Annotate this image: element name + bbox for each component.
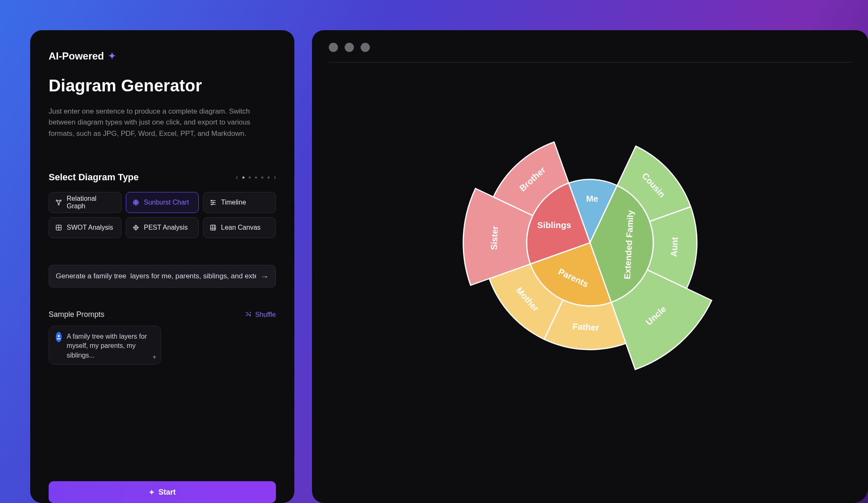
pager-dot[interactable] <box>261 176 263 179</box>
ai-powered-badge: AI-Powered ✦ <box>49 50 276 62</box>
svg-point-6 <box>213 202 214 203</box>
submit-arrow-icon[interactable]: → <box>256 272 269 281</box>
chip-label: PEST Analysis <box>144 224 188 231</box>
preview-window: MeExtended FamilyCousinAuntUncleParentsF… <box>312 30 868 503</box>
diagram-type-relational-graph[interactable]: Relational Graph <box>49 192 122 213</box>
svg-text:Aunt: Aunt <box>669 237 679 257</box>
svg-text:Me: Me <box>586 194 598 203</box>
sample-prompt-card[interactable]: A family tree with layers for myself, my… <box>49 326 161 365</box>
diagram-type-sunburst-chart[interactable]: Sunburst Chart <box>126 192 199 213</box>
sparkle-icon: ✦ <box>108 51 116 62</box>
shuffle-icon <box>245 311 252 319</box>
start-button[interactable]: ✦ Start <box>49 481 276 503</box>
svg-rect-9 <box>211 225 216 230</box>
chip-label: SWOT Analysis <box>67 224 113 231</box>
svg-text:Sister: Sister <box>489 226 500 250</box>
sparkle-icon: ✦ <box>149 488 154 496</box>
svg-point-5 <box>211 200 212 201</box>
diagram-type-pager: ‹ › <box>236 174 276 181</box>
diagram-type-lean-canvas[interactable]: Lean Canvas <box>203 217 276 238</box>
svg-text:Father: Father <box>572 322 600 332</box>
pager-dot[interactable] <box>268 176 270 179</box>
canvas-icon <box>209 224 217 231</box>
graph-icon <box>55 199 62 206</box>
pager-dot[interactable] <box>249 176 251 179</box>
pager-dot[interactable] <box>255 176 257 179</box>
sample-prompts-heading: Sample Prompts <box>49 310 104 319</box>
pager-dot[interactable] <box>242 176 244 179</box>
chip-label: Relational Graph <box>67 195 115 210</box>
chip-label: Timeline <box>221 199 246 206</box>
shuffle-label: Shuffle <box>255 311 276 319</box>
sample-prompt-text: A family tree with layers for myself, my… <box>67 332 154 360</box>
page-subtitle: Just enter one sentence to produce a com… <box>49 106 276 139</box>
diagram-type-timeline[interactable]: Timeline <box>203 192 276 213</box>
diagram-type-heading: Select Diagram Type <box>49 172 139 183</box>
window-dot-icon <box>361 43 370 52</box>
svg-point-0 <box>56 200 57 201</box>
page-title: Diagram Generator <box>49 76 276 95</box>
pest-icon <box>132 224 140 231</box>
sunburst-icon <box>132 199 140 206</box>
svg-point-2 <box>58 204 60 205</box>
chip-label: Sunburst Chart <box>144 199 189 206</box>
start-label: Start <box>159 488 176 497</box>
svg-point-1 <box>60 200 61 201</box>
window-controls <box>329 43 851 62</box>
prompt-input-bar: → <box>49 265 276 288</box>
pager-prev-icon[interactable]: ‹ <box>236 174 238 181</box>
timeline-icon <box>209 199 217 206</box>
window-dot-icon <box>329 43 338 52</box>
shuffle-button[interactable]: Shuffle <box>245 311 276 319</box>
swot-icon <box>55 224 62 231</box>
diagram-type-swot-analysis[interactable]: SWOT Analysis <box>49 217 122 238</box>
chip-label: Lean Canvas <box>221 224 260 231</box>
add-sample-icon[interactable]: + <box>153 353 156 361</box>
avatar-icon <box>56 332 62 342</box>
prompt-input[interactable] <box>56 272 256 280</box>
svg-text:Siblings: Siblings <box>537 220 571 230</box>
svg-point-7 <box>212 204 213 205</box>
generator-panel: AI-Powered ✦ Diagram Generator Just ente… <box>30 30 294 503</box>
pager-next-icon[interactable]: › <box>274 174 276 181</box>
diagram-type-pest-analysis[interactable]: PEST Analysis <box>126 217 199 238</box>
window-dot-icon <box>345 43 354 52</box>
badge-text: AI-Powered <box>49 50 104 62</box>
sunburst-chart: MeExtended FamilyCousinAuntUncleParentsF… <box>329 62 851 394</box>
diagram-type-grid: Relational Graph Sunburst Chart <box>49 192 276 238</box>
svg-point-10 <box>58 335 60 337</box>
